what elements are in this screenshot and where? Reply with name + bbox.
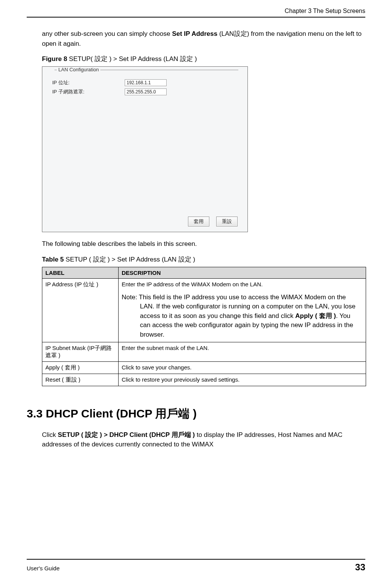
table-row: Apply ( 套用 ) Click to save your changes. [42, 361, 366, 374]
subnet-mask-label: IP 子網路遮罩: [52, 88, 125, 95]
footer-left: User's Guide [27, 565, 59, 571]
subnet-mask-input[interactable]: 255.255.255.0 [125, 88, 167, 95]
th-label: LABEL [42, 267, 119, 278]
desc-note: Note: This field is the IP address you u… [122, 293, 363, 340]
intro-paragraph: any other sub-screen you can simply choo… [42, 29, 365, 48]
section-paragraph: Click SETUP ( 設定 ) > DHCP Client (DHCP 用… [42, 430, 365, 449]
table-row: IP Subnet Mask (IP子網路遮罩 ) Enter the subn… [42, 342, 366, 361]
td-label-apply: Apply ( 套用 ) [42, 361, 119, 374]
fieldset-border: LAN Configuration [55, 70, 238, 70]
labels-table: LABEL DESCRIPTION IP Address (IP 位址 ) En… [42, 267, 366, 386]
table-label: Table 5 [42, 256, 64, 263]
desc-line: Enter the IP address of the WiMAX Modem … [122, 281, 263, 287]
page-number: 33 [355, 562, 365, 573]
form-row-ip-address: IP 位址: 192.168.1.1 [52, 79, 238, 86]
header-rule [27, 17, 365, 18]
table-caption: Table 5 SETUP ( 設定 ) > Set IP Address (L… [42, 255, 365, 264]
note-prefix: Note: [122, 294, 139, 301]
td-label-subnet: IP Subnet Mask (IP子網路遮罩 ) [42, 342, 119, 361]
figure-caption-text: SETUP( 設定 ) > Set IP Address (LAN 設定 ) [67, 55, 197, 63]
td-desc-reset: Click to restore your previously saved s… [119, 374, 366, 386]
td-label-reset: Reset ( 重設 ) [42, 374, 119, 386]
post-figure-paragraph: The following table describes the labels… [42, 239, 365, 249]
running-header: Chapter 3 The Setup Screens [27, 8, 365, 17]
ip-address-input[interactable]: 192.168.1.1 [125, 79, 167, 86]
page-footer: User's Guide 33 [27, 562, 365, 573]
note-bold: Apply ( 套用 ) [295, 312, 336, 319]
embedded-screenshot: LAN Configuration IP 位址: 192.168.1.1 IP … [42, 66, 248, 232]
footer-rule [27, 559, 365, 560]
sp-bold: SETUP ( 設定 ) > DHCP Client (DHCP 用戶端 ) [58, 431, 195, 438]
th-description: DESCRIPTION [119, 267, 366, 278]
td-desc-subnet: Enter the subnet mask of the LAN. [119, 342, 366, 361]
table-header-row: LABEL DESCRIPTION [42, 267, 366, 278]
figure-label: Figure 8 [42, 55, 67, 63]
reset-button[interactable]: 重設 [216, 217, 238, 226]
sp-pre: Click [42, 431, 58, 438]
form-row-subnet-mask: IP 子網路遮罩: 255.255.255.0 [52, 88, 238, 95]
intro-bold2: 設定) [234, 30, 249, 37]
td-desc-apply: Click to save your changes. [119, 361, 366, 374]
intro-pre: any other sub-screen you can simply choo… [42, 30, 172, 37]
table-caption-text: SETUP ( 設定 ) > Set IP Address (LAN 設定 ) [64, 256, 195, 263]
section-number: 3.3 [27, 407, 43, 420]
figure-caption: Figure 8 SETUP( 設定 ) > Set IP Address (L… [42, 55, 365, 63]
table-row: IP Address (IP 位址 ) Enter the IP address… [42, 278, 366, 342]
intro-bold1: Set IP Address [172, 30, 217, 37]
section-title: DHCP Client (DHCP 用戶端 ) [43, 407, 197, 420]
section-heading: 3.3 DHCP Client (DHCP 用戶端 ) [27, 406, 365, 422]
table-row: Reset ( 重設 ) Click to restore your previ… [42, 374, 366, 386]
apply-button[interactable]: 套用 [188, 217, 209, 226]
fieldset-legend: LAN Configuration [57, 67, 100, 72]
td-desc-ip-address: Enter the IP address of the WiMAX Modem … [119, 278, 366, 342]
intro-mid: (LAN [217, 30, 234, 37]
ip-address-label: IP 位址: [52, 79, 125, 86]
td-label-ip-address: IP Address (IP 位址 ) [42, 278, 119, 342]
